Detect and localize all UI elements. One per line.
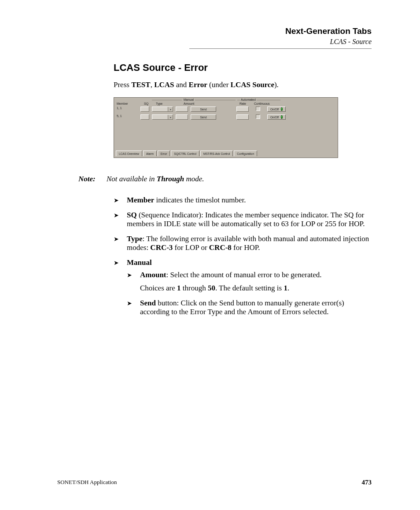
- lead-lcas: LCAS: [154, 81, 174, 89]
- tab-mst-rs-ack[interactable]: MST/RS-Ack Control: [200, 150, 233, 156]
- tab-error[interactable]: Error: [158, 150, 170, 156]
- tab-sq-ctrl[interactable]: SQ/CTRL Control: [171, 150, 199, 156]
- bullet-type-text: for LOP or: [173, 243, 209, 252]
- chevron-down-icon: ▾: [168, 115, 173, 119]
- lead-text: Press: [114, 81, 131, 89]
- chevron-down-icon: ▾: [168, 107, 173, 111]
- amount-fifty: 50: [208, 284, 215, 292]
- note-text-pre: Not available in: [107, 175, 157, 183]
- bullet-list: Member indicates the timeslot number. SQ…: [114, 196, 372, 316]
- bullet-send-text: button: Click on the Send button to manu…: [140, 299, 344, 316]
- onoff-label: On/Off: [270, 108, 279, 111]
- member-value: 1, 1: [117, 106, 122, 110]
- tab-lcas-overview[interactable]: LCAS Overview: [116, 150, 142, 156]
- continuous-checkbox[interactable]: [256, 114, 260, 119]
- bullet-crc8: CRC-8: [209, 243, 232, 252]
- lead-paragraph: Press TEST, LCAS and Error (under LCAS S…: [114, 81, 372, 89]
- note-label: Note:: [78, 175, 107, 183]
- screenshot-header-row: Member SQ Type Amount Rate Continuous: [114, 98, 338, 106]
- amount-one: 1: [177, 284, 181, 292]
- list-item: Send button: Click on the Send button to…: [127, 299, 372, 316]
- list-item: Manual Amount: Select the amount of manu…: [114, 258, 372, 316]
- lead-lcas-source: LCAS Source: [231, 81, 274, 89]
- table-row: 5, 1 ▾ Send On/Off: [114, 114, 338, 121]
- continuous-checkbox[interactable]: [256, 106, 260, 111]
- member-value: 5, 1: [117, 114, 122, 117]
- list-item: Type: The following error is available w…: [114, 235, 372, 252]
- table-row: 1, 1 ▾ Send On/Off: [114, 106, 338, 114]
- amount-choices-mid: through: [181, 284, 208, 292]
- list-item: Amount: Select the amount of manual erro…: [127, 271, 372, 293]
- tab-alarm[interactable]: Alarm: [143, 150, 157, 156]
- rate-input[interactable]: [236, 106, 249, 112]
- col-member: Member: [117, 102, 128, 105]
- type-select[interactable]: ▾: [152, 114, 173, 120]
- send-button[interactable]: Send: [191, 106, 216, 112]
- rate-input[interactable]: [236, 114, 249, 120]
- page-footer: SONET/SDH Application 473: [57, 479, 372, 486]
- send-button[interactable]: Send: [191, 114, 216, 120]
- list-item: SQ (Sequence Indicator): Indicates the m…: [114, 211, 372, 228]
- list-item: Member indicates the timeslot number.: [114, 196, 372, 205]
- col-type: Type: [156, 102, 162, 105]
- lead-text: (under: [207, 81, 231, 89]
- lead-text: and: [174, 81, 189, 89]
- amount-input[interactable]: [176, 114, 188, 120]
- sq-input[interactable]: [140, 114, 149, 120]
- bullet-sq-b: SQ: [127, 211, 137, 219]
- bullet-amount-b: Amount: [140, 271, 166, 279]
- amount-default: 1: [284, 284, 287, 292]
- sub-bullet-list: Amount: Select the amount of manual erro…: [127, 271, 372, 316]
- lead-text: ).: [274, 81, 279, 89]
- amount-choices-pre: Choices are: [140, 284, 177, 292]
- lead-text: ,: [151, 81, 155, 89]
- onoff-label: On/Off: [270, 116, 279, 119]
- section-subtitle: LCAS - Source: [189, 38, 372, 46]
- lead-error: Error: [189, 81, 207, 89]
- bullet-sq-text: (Sequence Indicator): Indicates the memb…: [127, 211, 365, 228]
- bullet-send-b: Send: [140, 299, 156, 307]
- header-rule: [189, 48, 372, 49]
- onoff-button[interactable]: On/Off: [267, 114, 286, 120]
- note-text-post: mode.: [184, 175, 204, 183]
- section-heading: LCAS Source - Error: [114, 62, 372, 73]
- amount-input[interactable]: [176, 106, 188, 112]
- bullet-type-text: for HOP.: [232, 243, 260, 252]
- note-through: Through: [157, 175, 184, 183]
- note-text: Not available in Through mode.: [107, 175, 204, 183]
- bullet-amount-p2: Choices are 1 through 50. The default se…: [140, 284, 372, 293]
- led-icon: [281, 115, 283, 119]
- bullet-member-b: Member: [127, 196, 154, 204]
- note-block: Note: Not available in Through mode.: [78, 175, 372, 183]
- lead-test: TEST: [131, 81, 150, 89]
- bullet-crc3: CRC-3: [150, 243, 173, 252]
- footer-page-number: 473: [362, 479, 372, 486]
- type-select[interactable]: ▾: [152, 106, 173, 112]
- col-sq: SQ: [144, 102, 148, 105]
- bullet-amount-text: : Select the amount of manual error to b…: [166, 271, 322, 279]
- bullet-member-text: indicates the timeslot number.: [154, 196, 246, 204]
- bullet-manual-b: Manual: [127, 258, 152, 267]
- onoff-button[interactable]: On/Off: [267, 106, 286, 112]
- footer-app: SONET/SDH Application: [57, 479, 117, 486]
- embedded-screenshot: Manual Automated Member SQ Type Amount R…: [114, 97, 338, 158]
- amount-choices-mid2: . The default setting is: [215, 284, 284, 292]
- amount-choices-post: .: [287, 284, 289, 292]
- col-rate: Rate: [239, 102, 246, 105]
- led-icon: [281, 107, 283, 111]
- bullet-type-b: Type: [127, 235, 143, 243]
- screenshot-tabbar: LCAS Overview Alarm Error SQ/CTRL Contro…: [116, 150, 336, 156]
- col-amount: Amount: [184, 102, 194, 105]
- chapter-title: Next-Generation Tabs: [189, 26, 372, 36]
- tab-configuration[interactable]: Configuration: [234, 150, 257, 156]
- col-continuous: Continuous: [254, 102, 269, 105]
- sq-input[interactable]: [140, 106, 149, 112]
